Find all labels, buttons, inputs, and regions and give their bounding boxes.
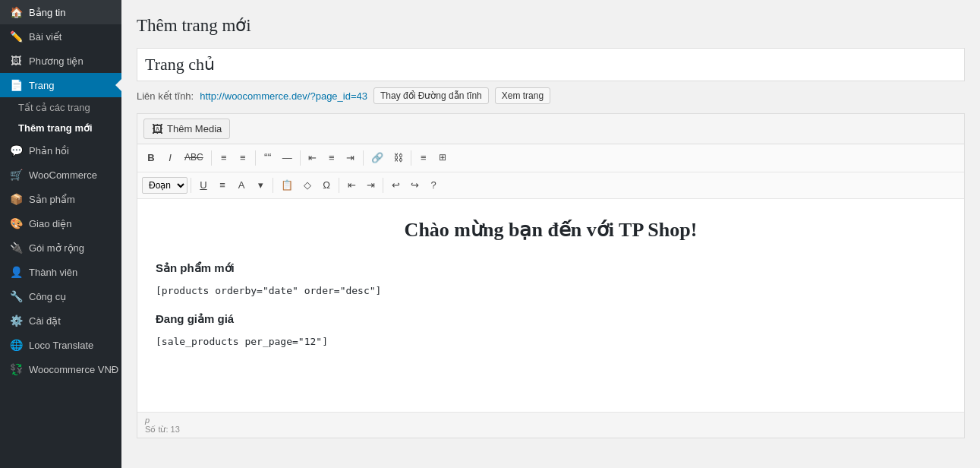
- outdent-button[interactable]: ⇤: [342, 176, 361, 195]
- toolbar-divider-7: [273, 178, 273, 193]
- help-button[interactable]: ?: [424, 176, 443, 195]
- woo-icon: 🛒: [9, 169, 23, 181]
- align-left-button[interactable]: ⇤: [304, 148, 322, 168]
- add-media-icon: 🖼: [152, 122, 163, 135]
- unlink-button[interactable]: ⛓: [389, 148, 408, 168]
- sidebar-sub-item-all-pages[interactable]: Tất cả các trang: [0, 97, 121, 118]
- toolbar-divider-2: [255, 150, 256, 166]
- editor-section2-shortcode: [sale_products per_page="12"]: [156, 334, 946, 350]
- fullscreen-button[interactable]: ⊞: [433, 148, 452, 167]
- sidebar-item-cai-dat[interactable]: ⚙️ Cài đặt: [0, 308, 121, 333]
- permalink-bar: Liên kết tĩnh: http://woocommerce.dev/?p…: [137, 87, 965, 104]
- italic-button[interactable]: I: [161, 148, 179, 168]
- add-media-bar: 🖼 Thêm Media: [137, 114, 964, 144]
- sidebar-item-bai-viet[interactable]: ✏️ Bài viết: [0, 24, 121, 49]
- editor-section1-shortcode: [products orderby="date" order="desc"]: [156, 283, 946, 299]
- page-title: Thêm trang mới: [137, 15, 965, 36]
- toolbar-divider-5: [411, 150, 411, 166]
- page-title-input[interactable]: [137, 48, 965, 81]
- text-color-button[interactable]: A: [232, 176, 251, 195]
- toolbar-divider-4: [363, 150, 364, 166]
- ordered-list-button[interactable]: ≡: [234, 148, 252, 168]
- tools-icon: 🔧: [9, 290, 23, 302]
- editor-section2-title: Đang giảm giá: [156, 310, 946, 328]
- toolbar-divider-9: [383, 178, 383, 193]
- sidebar-item-phan-hoi[interactable]: 💬 Phản hồi: [0, 138, 121, 163]
- strikethrough-button[interactable]: ABC: [180, 148, 208, 167]
- paste-from-word-button[interactable]: 📋: [276, 176, 298, 195]
- color-dropdown-button[interactable]: ▾: [251, 176, 269, 195]
- paragraph-select[interactable]: Đoạn: [142, 177, 187, 194]
- align-right-button[interactable]: ⇥: [342, 148, 360, 168]
- toolbar-divider-8: [339, 178, 339, 193]
- sidebar-item-goi-mo-rong[interactable]: 🔌 Gói mở rộng: [0, 236, 121, 260]
- status-bar: p Số từ: 13: [137, 412, 964, 438]
- edit-icon: ✏️: [9, 30, 23, 43]
- sidebar-item-woocommerce[interactable]: 🛒 WooCommerce: [0, 163, 121, 187]
- sidebar: 🏠 Bảng tin ✏️ Bài viết 🖼 Phương tiện 📄 T…: [0, 0, 121, 468]
- editor-content[interactable]: Chào mừng bạn đến với TP Shop! Sản phẩm …: [137, 199, 964, 412]
- sidebar-item-woocommerce-vnd[interactable]: 💱 Woocommerce VNĐ: [0, 357, 121, 381]
- horizontal-rule-button[interactable]: —: [278, 148, 297, 168]
- toolbar-divider-6: [191, 178, 191, 193]
- bold-button[interactable]: B: [142, 148, 160, 168]
- editor-path: p: [145, 416, 150, 425]
- add-media-button[interactable]: 🖼 Thêm Media: [143, 119, 230, 139]
- sidebar-item-thanh-vien[interactable]: 👤 Thành viên: [0, 260, 121, 284]
- sidebar-item-giao-dien[interactable]: 🎨 Giao diện: [0, 211, 121, 236]
- editor-container: 🖼 Thêm Media B I ABC ≡ ≡ ““ — ⇤ ≡ ⇥ 🔗 ⛓ …: [137, 113, 965, 438]
- align-center-button[interactable]: ≡: [323, 148, 341, 168]
- toolbar-row1: B I ABC ≡ ≡ ““ — ⇤ ≡ ⇥ 🔗 ⛓ ≡ ⊞: [137, 144, 964, 172]
- media-icon: 🖼: [9, 55, 23, 67]
- justify-button[interactable]: ≡: [213, 176, 232, 195]
- special-char-button[interactable]: Ω: [317, 176, 336, 195]
- sidebar-item-cong-cu[interactable]: 🔧 Công cụ: [0, 284, 121, 308]
- sidebar-item-phuong-tien[interactable]: 🖼 Phương tiện: [0, 49, 121, 73]
- theme-icon: 🎨: [9, 217, 23, 229]
- comment-icon: 💬: [9, 144, 23, 157]
- toolbar-divider-1: [211, 150, 212, 166]
- toolbar-row2: Đoạn U ≡ A ▾ 📋 ◇ Ω ⇤ ⇥ ↩ ↪ ?: [137, 172, 964, 199]
- editor-heading: Chào mừng bạn đến với TP Shop!: [156, 214, 946, 246]
- settings-icon: ⚙️: [9, 315, 23, 327]
- editor-section1-title: Sản phẩm mới: [156, 259, 946, 277]
- sidebar-item-trang[interactable]: 📄 Trang: [0, 73, 121, 97]
- home-icon: 🏠: [9, 6, 23, 18]
- view-page-button[interactable]: Xem trang: [495, 87, 550, 104]
- underline-button[interactable]: U: [194, 176, 213, 195]
- permalink-url[interactable]: http://woocommerce.dev/?page_id=43: [200, 90, 367, 102]
- page-icon: 📄: [9, 79, 23, 91]
- translate-icon: 🌐: [9, 339, 23, 351]
- change-permalink-button[interactable]: Thay đổi Đường dẫn tĩnh: [373, 87, 489, 104]
- main-content: Thêm trang mới Liên kết tĩnh: http://woo…: [121, 0, 980, 468]
- clear-formatting-button[interactable]: ◇: [298, 176, 317, 195]
- sidebar-item-bang-tin[interactable]: 🏠 Bảng tin: [0, 0, 121, 24]
- sidebar-item-san-pham[interactable]: 📦 Sản phẩm: [0, 187, 121, 211]
- indent-button[interactable]: ⇥: [361, 176, 380, 195]
- unordered-list-button[interactable]: ≡: [215, 148, 233, 168]
- more-button[interactable]: ≡: [414, 148, 433, 168]
- toolbar-divider-3: [300, 150, 301, 166]
- link-button[interactable]: 🔗: [367, 148, 388, 168]
- undo-button[interactable]: ↩: [386, 176, 405, 195]
- plugin-icon: 🔌: [9, 242, 23, 254]
- blockquote-button[interactable]: ““: [259, 147, 277, 169]
- redo-button[interactable]: ↪: [405, 176, 424, 195]
- product-icon: 📦: [9, 193, 23, 205]
- sidebar-item-loco-translate[interactable]: 🌐 Loco Translate: [0, 333, 121, 357]
- currency-icon: 💱: [9, 363, 23, 375]
- sidebar-sub-item-add-page[interactable]: Thêm trang mới: [0, 118, 121, 138]
- user-icon: 👤: [9, 266, 23, 278]
- permalink-label: Liên kết tĩnh:: [137, 90, 194, 102]
- word-count: Số từ: 13: [145, 425, 180, 434]
